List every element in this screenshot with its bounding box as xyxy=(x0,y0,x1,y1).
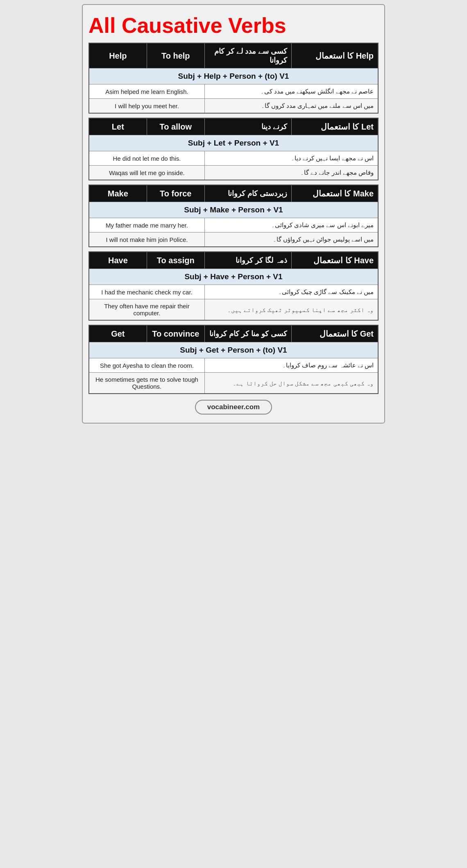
page-wrapper: All Causative Verbs HelpTo helpکسی سے مد… xyxy=(82,4,385,424)
footer-badge: vocabineer.com xyxy=(195,400,272,415)
let-example-ur-1: وقاص مجھے اندر جانے دے گا۔ xyxy=(204,166,378,180)
section-table-let: LetTo allowکرنے دیناLet کا استعمالSubj +… xyxy=(88,118,379,180)
make-example-en-1: I will not make him join Police. xyxy=(89,232,204,247)
have-example-en-1: They often have me repair their computer… xyxy=(89,299,204,321)
make-verb-label: Make xyxy=(89,185,147,202)
get-meaning-en: To convince xyxy=(147,325,204,342)
section-table-help: HelpTo helpکسی سے مدد لے کر کام کرواناHe… xyxy=(88,43,379,114)
let-usage-ur: Let کا استعمال xyxy=(291,118,378,135)
help-usage-ur: Help کا استعمال xyxy=(291,43,378,68)
page-title: All Causative Verbs xyxy=(88,9,379,43)
let-example-en-0: He did not let me do this. xyxy=(89,151,204,166)
have-example-en-0: I had the mechanic check my car. xyxy=(89,285,204,299)
make-example-en-0: My father made me marry her. xyxy=(89,218,204,232)
get-example-en-0: She got Ayesha to clean the room. xyxy=(89,358,204,373)
help-example-ur-1: میں اس سے ملنے میں تمہاری مدد کروں گا۔ xyxy=(204,99,378,114)
help-example-row-0: Asim helped me learn English.عاصم نے مجھ… xyxy=(89,84,378,99)
make-meaning-en: To force xyxy=(147,185,204,202)
make-example-row-1: I will not make him join Police.میں اسے … xyxy=(89,232,378,247)
have-example-ur-0: میں نے مکینک سے گاڑی چیک کروائی۔ xyxy=(204,285,378,299)
let-meaning-ur: کرنے دینا xyxy=(204,118,291,135)
get-formula: Subj + Get + Person + (to) V1 xyxy=(89,342,378,358)
section-table-get: GetTo convinceکسی کو منا کر کام کرواناGe… xyxy=(88,325,379,394)
let-example-en-1: Waqas will let me go inside. xyxy=(89,166,204,180)
footer: vocabineer.com xyxy=(88,400,379,415)
help-verb-label: Help xyxy=(89,43,147,68)
help-example-row-1: I will help you meet her.میں اس سے ملنے … xyxy=(89,99,378,114)
get-example-ur-0: اس نے عائشہ سے روم صاف کروایا۔ xyxy=(204,358,378,373)
section-table-have: HaveTo assignذمہ لگا کر کرواناHave کا اس… xyxy=(88,251,379,321)
have-example-row-1: They often have me repair their computer… xyxy=(89,299,378,321)
make-meaning-ur: زبردستی کام کروانا xyxy=(204,185,291,202)
make-example-row-0: My father made me marry her.میرے ابونے ا… xyxy=(89,218,378,232)
help-meaning-en: To help xyxy=(147,43,204,68)
have-meaning-ur: ذمہ لگا کر کروانا xyxy=(204,252,291,269)
help-example-ur-0: عاصم نے مجھے انگلش سیکھنے میں مدد کی۔ xyxy=(204,84,378,99)
let-example-ur-0: اس نے مجھے ایسا نہیں کرنے دیا۔ xyxy=(204,151,378,166)
make-example-ur-0: میرے ابونے اس سے میری شادی کروائی۔ xyxy=(204,218,378,232)
let-verb-label: Let xyxy=(89,118,147,135)
let-example-row-1: Waqas will let me go inside.وقاص مجھے ان… xyxy=(89,166,378,180)
sections-container: HelpTo helpکسی سے مدد لے کر کام کرواناHe… xyxy=(88,43,379,394)
help-example-en-1: I will help you meet her. xyxy=(89,99,204,114)
make-usage-ur: Make کا استعمال xyxy=(291,185,378,202)
get-meaning-ur: کسی کو منا کر کام کروانا xyxy=(204,325,291,342)
get-example-row-1: He sometimes gets me to solve tough Ques… xyxy=(89,373,378,394)
get-example-en-1: He sometimes gets me to solve tough Ques… xyxy=(89,373,204,394)
get-example-ur-1: وہ کبھی کبھی مجھ سے مشکل سوال حل کرواتا … xyxy=(204,373,378,394)
section-table-make: MakeTo forceزبردستی کام کرواناMake کا اس… xyxy=(88,185,379,247)
let-formula: Subj + Let + Person + V1 xyxy=(89,135,378,151)
have-meaning-en: To assign xyxy=(147,252,204,269)
make-example-ur-1: میں اسے پولیس جوائن نہیں کرواؤں گا۔ xyxy=(204,232,378,247)
help-example-en-0: Asim helped me learn English. xyxy=(89,84,204,99)
get-verb-label: Get xyxy=(89,325,147,342)
let-example-row-0: He did not let me do this.اس نے مجھے ایس… xyxy=(89,151,378,166)
make-formula: Subj + Make + Person + V1 xyxy=(89,202,378,218)
help-meaning-ur: کسی سے مدد لے کر کام کروانا xyxy=(204,43,291,68)
have-verb-label: Have xyxy=(89,252,147,269)
have-formula: Subj + Have + Person + V1 xyxy=(89,269,378,285)
have-example-ur-1: وہ اکثر مجھ سے اپنا کمپیوٹر ٹھیک کرواتے … xyxy=(204,299,378,321)
help-formula: Subj + Help + Person + (to) V1 xyxy=(89,68,378,84)
let-meaning-en: To allow xyxy=(147,118,204,135)
get-usage-ur: Get کا استعمال xyxy=(291,325,378,342)
have-usage-ur: Have کا استعمال xyxy=(291,252,378,269)
get-example-row-0: She got Ayesha to clean the room.اس نے ع… xyxy=(89,358,378,373)
have-example-row-0: I had the mechanic check my car.میں نے م… xyxy=(89,285,378,299)
